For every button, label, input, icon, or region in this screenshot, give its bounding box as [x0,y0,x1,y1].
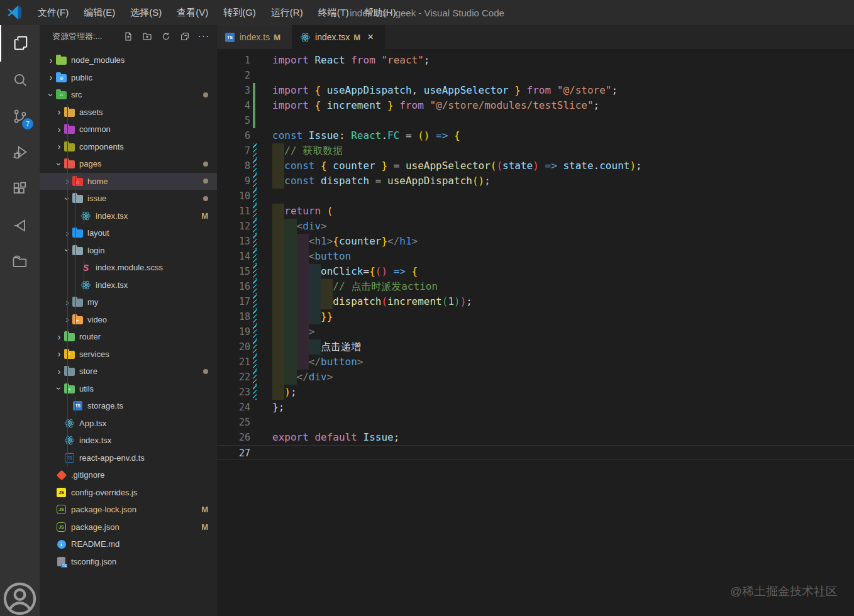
line-number[interactable]: 6 [217,128,250,143]
tree-item-router[interactable]: ›router [40,328,217,346]
tree-item-public[interactable]: ›⊕public [40,69,217,87]
menu-item[interactable]: 终端(T) [311,0,357,25]
line-number[interactable]: 1 [217,53,250,68]
line-number[interactable]: 17 [217,294,250,309]
line-number[interactable]: 10 [217,189,250,204]
code-editor[interactable]: 1import React from "react";23import { us… [217,49,854,616]
line-number[interactable]: 27 [217,446,250,461]
code-line-9[interactable]: 9 const dispatch = useAppDispatch(); [217,173,854,189]
line-number[interactable]: 23 [217,385,250,400]
code-line-12[interactable]: 12 <div> [217,219,854,234]
line-number[interactable]: 2 [217,68,250,83]
tree-item-.gitignore[interactable]: .gitignore [40,466,217,484]
tree-item-node_modules[interactable]: ›node_modules [40,52,217,69]
tree-item-index.tsx[interactable]: index.tsxM [40,207,217,225]
tab-index-ts[interactable]: TS index.ts M [217,25,292,49]
explorer-icon[interactable] [0,25,40,62]
code-line-17[interactable]: 17 dispatch(increment(1)); [217,294,854,309]
search-icon[interactable] [0,62,40,98]
code-line-24[interactable]: 24}; [217,400,854,415]
new-folder-icon[interactable] [140,30,154,43]
code-line-5[interactable]: 5 [217,113,854,128]
line-number[interactable]: 21 [217,355,250,370]
code-line-10[interactable]: 10 [217,189,854,204]
code-line-21[interactable]: 21 </button> [217,355,854,370]
tree-item-react-app-env.d.ts[interactable]: TSreact-app-env.d.ts [40,449,217,467]
line-number[interactable]: 24 [217,400,250,415]
line-number[interactable]: 20 [217,339,250,355]
tree-item-package-lock.json[interactable]: JSpackage-lock.jsonM [40,501,217,519]
tree-item-common[interactable]: ›common [40,121,217,138]
code-line-19[interactable]: 19 > [217,324,854,339]
code-line-11[interactable]: 11 return ( [217,204,854,219]
tree-item-store[interactable]: ›store [40,363,217,380]
tree-item-index.tsx[interactable]: index.tsx [40,277,217,294]
tree-item-services[interactable]: ›*services [40,346,217,363]
line-number[interactable]: 3 [217,83,250,98]
tree-item-src[interactable]: ›‹›src [40,86,217,104]
line-number[interactable]: 25 [217,415,250,430]
code-line-16[interactable]: 16 // 点击时派发action [217,279,854,294]
line-number[interactable]: 22 [217,370,250,385]
line-number[interactable]: 11 [217,204,250,219]
tree-item-assets[interactable]: ›assets [40,104,217,121]
code-line-18[interactable]: 18 }} [217,309,854,324]
menu-item[interactable]: 查看(V) [169,0,216,25]
tree-item-package.json[interactable]: JSpackage.jsonM [40,519,217,536]
code-line-20[interactable]: 20 点击递增 [217,339,854,355]
tree-item-home[interactable]: ›⌂home [40,173,217,190]
code-line-13[interactable]: 13 <h1>{counter}</h1> [217,234,854,249]
line-number[interactable]: 12 [217,219,250,234]
project-folder-icon[interactable] [0,244,40,280]
code-line-14[interactable]: 14 <button [217,249,854,264]
code-line-8[interactable]: 8 const { counter } = useAppSelector((st… [217,158,854,173]
run-debug-icon[interactable] [0,135,40,171]
code-line-15[interactable]: 15 onClick={() => { [217,264,854,279]
menu-item[interactable]: 文件(F) [30,0,76,25]
code-line-27[interactable]: 27 [217,445,854,460]
code-line-26[interactable]: 26export default Issue; [217,430,854,445]
extensions-icon[interactable] [0,171,40,207]
tree-item-pages[interactable]: ›pages [40,155,217,173]
code-line-2[interactable]: 2 [217,68,854,83]
tree-item-tsconfig.json[interactable]: tsconfig.json [40,553,217,571]
tree-item-components[interactable]: ›components [40,138,217,156]
menu-item[interactable]: 编辑(E) [76,0,123,25]
tree-item-index.module.scss[interactable]: Sindex.module.scss [40,259,217,277]
menu-item[interactable]: 选择(S) [123,0,169,25]
extension-a-icon[interactable] [0,207,40,244]
menu-item[interactable]: 帮助(H) [357,0,404,25]
tree-item-my[interactable]: ›my [40,294,217,311]
line-number[interactable]: 14 [217,249,250,264]
menu-item[interactable]: 转到(G) [216,0,263,25]
code-line-3[interactable]: 3import { useAppDispatch, useAppSelector… [217,83,854,98]
tree-item-utils[interactable]: ›+utils [40,380,217,398]
line-number[interactable]: 8 [217,158,250,173]
tree-item-App.tsx[interactable]: App.tsx [40,415,217,432]
tree-item-storage.ts[interactable]: TSstorage.ts [40,397,217,415]
code-line-7[interactable]: 7 // 获取数据 [217,143,854,158]
line-number[interactable]: 5 [217,113,250,128]
line-number[interactable]: 4 [217,98,250,113]
line-number[interactable]: 16 [217,279,250,294]
tab-index-tsx[interactable]: index.tsx M × [292,25,385,49]
tree-item-video[interactable]: ›▸video [40,311,217,329]
line-number[interactable]: 26 [217,430,250,445]
tree-item-layout[interactable]: ›layout [40,224,217,242]
close-icon[interactable]: × [364,31,377,43]
line-number[interactable]: 13 [217,234,250,249]
new-file-icon[interactable] [121,30,135,43]
line-number[interactable]: 19 [217,324,250,339]
tree-item-README.md[interactable]: iREADME.md [40,536,217,553]
code-line-4[interactable]: 4import { increment } from "@/store/modu… [217,98,854,113]
code-line-25[interactable]: 25 [217,415,854,430]
tree-item-issue[interactable]: ›issue [40,190,217,207]
code-line-23[interactable]: 23 ); [217,385,854,400]
source-control-icon[interactable]: 7 [0,98,40,135]
collapse-all-icon[interactable] [178,30,192,43]
line-number[interactable]: 9 [217,173,250,189]
tree-item-config-overrides.js[interactable]: JSconfig-overrides.js [40,484,217,502]
account-icon[interactable] [0,583,40,613]
tree-item-index.tsx[interactable]: index.tsx [40,432,217,449]
line-number[interactable]: 7 [217,143,250,158]
